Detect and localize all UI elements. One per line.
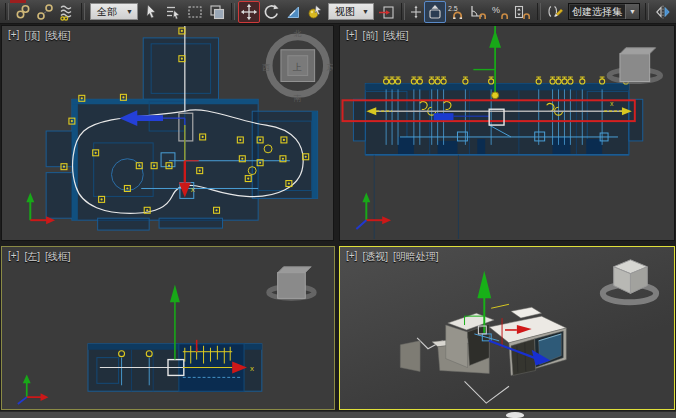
floorplan-walls	[46, 38, 317, 230]
bottom-strip	[0, 411, 676, 418]
svg-text:北: 北	[293, 29, 302, 38]
list-cursor-icon	[164, 3, 182, 21]
chevron-down-icon: ▼	[362, 8, 370, 15]
svg-text:2.5: 2.5	[448, 5, 458, 12]
viewport-area: x	[0, 24, 676, 411]
percent-magnet-icon: %	[491, 3, 511, 21]
viewport-menu-pov[interactable]: [透视]	[362, 250, 388, 264]
menu-remnant	[10, 0, 26, 3]
viewport-menu-general[interactable]: [+]	[8, 29, 19, 43]
selection-center-icon	[409, 4, 423, 20]
mirror-icon	[654, 3, 672, 21]
elevation-walls	[353, 83, 642, 239]
toolbar-divider	[5, 3, 9, 20]
angle-snap-toggle-button[interactable]	[468, 1, 490, 23]
selection-filter-dropdown[interactable]: 全部 ▼	[90, 3, 138, 20]
keyboard-shortcut-override-button[interactable]	[424, 1, 446, 23]
3dsmax-window: 全部 ▼	[0, 0, 676, 418]
window-crossing-toggle-button[interactable]	[206, 1, 228, 23]
select-and-rotate-button[interactable]	[260, 1, 282, 23]
select-object-button[interactable]	[140, 1, 162, 23]
front-view-scene[interactable]: x	[340, 26, 674, 240]
top-view-scene[interactable]: x	[2, 26, 333, 240]
svg-text:%: %	[492, 5, 500, 15]
viewport-menu-general[interactable]: [+]	[8, 250, 19, 264]
svg-text:南: 南	[293, 94, 302, 103]
viewport-left[interactable]: x [+] [左] [线框]	[1, 246, 335, 410]
scale-triangle-icon	[284, 3, 302, 21]
mirror-button[interactable]	[652, 1, 674, 23]
select-and-link-button[interactable]	[12, 1, 34, 23]
svg-text:x: x	[610, 100, 614, 107]
perspective-scene[interactable]	[340, 247, 674, 409]
dashed-rect-icon	[186, 3, 204, 21]
cursor-icon	[142, 3, 160, 21]
viewport-top-label: [+] [顶] [线框]	[8, 29, 71, 43]
svg-text:西: 西	[262, 63, 270, 72]
toolbar-divider	[537, 3, 541, 20]
viewport-front[interactable]: x	[339, 25, 675, 241]
space-warp-icon	[58, 3, 76, 21]
bind-to-space-warp-button[interactable]	[56, 1, 78, 23]
window-crossing-icon	[208, 3, 226, 21]
axis-tripod	[18, 374, 49, 404]
spinner-snap-toggle-button[interactable]	[512, 1, 534, 23]
use-selection-center-button[interactable]	[408, 1, 424, 23]
chevron-down-icon: ▼	[126, 8, 134, 15]
reference-coordinate-system-dropdown[interactable]: 视图 ▼	[328, 3, 374, 20]
viewport-perspective-label: [+] [透视] [明暗处理]	[346, 250, 439, 264]
chevron-down-icon[interactable]: ▼	[625, 4, 639, 19]
viewport-menu-general[interactable]: [+]	[346, 250, 357, 264]
move-arrows-icon	[240, 3, 258, 21]
viewcube[interactable]	[609, 48, 661, 82]
unlink-selection-button[interactable]	[34, 1, 56, 23]
viewport-perspective[interactable]: [+] [透视] [明暗处理]	[339, 246, 675, 410]
viewport-menu-shading[interactable]: [线框]	[383, 29, 409, 43]
angle-magnet-icon	[469, 3, 489, 21]
named-sets-value: 创建选择集	[569, 5, 625, 19]
svg-text:x: x	[191, 185, 195, 194]
svg-text:上: 上	[293, 62, 302, 72]
left-view-scene[interactable]: x	[2, 247, 334, 409]
spline-overflow-blob	[506, 412, 524, 418]
selection-filter-value: 全部	[94, 5, 126, 19]
keycap-up-icon	[426, 3, 444, 21]
edit-named-selection-sets-button[interactable]	[544, 1, 566, 23]
select-and-manipulate-button[interactable]	[304, 1, 326, 23]
viewport-menu-pov[interactable]: [前]	[362, 29, 378, 43]
rotate-circle-icon	[262, 3, 280, 21]
toolbar-divider	[645, 3, 649, 20]
use-pivot-point-center-button[interactable]	[376, 1, 398, 23]
select-and-scale-button[interactable]	[282, 1, 304, 23]
percent-snap-toggle-button[interactable]: %	[490, 1, 512, 23]
select-and-move-button[interactable]	[238, 1, 260, 23]
axis-tripod	[356, 192, 391, 229]
spinner-magnet-icon	[513, 3, 533, 21]
viewport-menu-pov[interactable]: [顶]	[24, 29, 40, 43]
main-toolbar: 全部 ▼	[0, 0, 676, 24]
viewcube[interactable]: 北 西 东 南 上	[262, 29, 333, 103]
rectangular-selection-region-button[interactable]	[184, 1, 206, 23]
viewport-menu-pov[interactable]: [左]	[24, 250, 40, 264]
viewport-menu-shading[interactable]: [线框]	[45, 29, 71, 43]
link-icon	[14, 3, 32, 21]
viewport-front-label: [+] [前] [线框]	[346, 29, 409, 43]
named-selection-sets-dropdown[interactable]: 创建选择集 ▼	[568, 3, 640, 20]
viewcube[interactable]	[603, 260, 656, 302]
select-by-name-button[interactable]	[162, 1, 184, 23]
svg-text:x: x	[250, 364, 254, 373]
viewport-menu-general[interactable]: [+]	[346, 29, 357, 43]
viewport-menu-shading[interactable]: [线框]	[45, 250, 71, 264]
viewcube[interactable]	[269, 267, 314, 299]
viewport-left-label: [+] [左] [线框]	[8, 250, 71, 264]
pivot-center-icon	[378, 3, 396, 21]
toolbar-divider	[231, 3, 235, 20]
braces-pencil-icon	[546, 3, 564, 21]
snaps-toggle-button[interactable]: 2.5	[446, 1, 468, 23]
toolbar-divider	[401, 3, 405, 20]
svg-text:东: 东	[327, 63, 333, 72]
viewport-menu-shading[interactable]: [明暗处理]	[393, 250, 439, 264]
manipulate-sphere-icon	[306, 3, 324, 21]
viewport-top[interactable]: x	[1, 25, 334, 241]
snap-25-magnet-icon: 2.5	[447, 3, 467, 21]
